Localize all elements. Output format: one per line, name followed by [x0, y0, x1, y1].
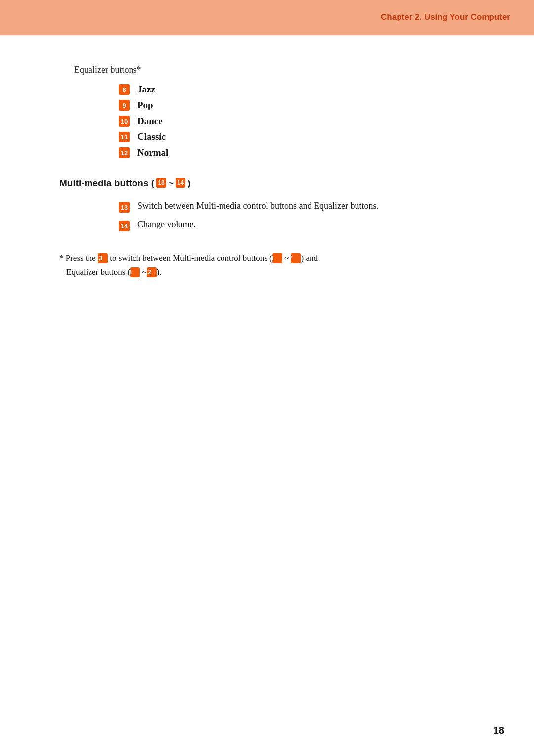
footnote-badge-13: 13	[98, 253, 108, 263]
mm-item-14-label: Change volume.	[137, 220, 196, 230]
footnote-part3: ) and	[301, 253, 317, 263]
mm-badge-14: 14	[176, 178, 185, 188]
mm-section-heading: Multi-media buttons (13~14)	[59, 178, 494, 189]
footnote-badge-12: 12	[147, 267, 157, 277]
footnote-part1: Press the	[66, 253, 98, 263]
item-label-jazz: Jazz	[137, 84, 155, 95]
mm-badge-13: 13	[156, 178, 166, 188]
list-item: 8 Jazz	[119, 84, 494, 95]
item-label-classic: Classic	[137, 132, 166, 142]
footnote-badge-4: 4	[272, 253, 282, 263]
list-item: 13 Switch between Multi-media control bu…	[119, 201, 494, 213]
footnote: * Press the 13 to switch between Multi-m…	[59, 251, 494, 280]
page-number: 18	[493, 725, 504, 736]
footnote-star: *	[59, 253, 64, 263]
footnote-part2: to switch between Multi-media control bu…	[108, 253, 272, 263]
list-item: 11 Classic	[119, 132, 494, 142]
footnote-newline-text: Equalizer buttons (	[66, 267, 130, 277]
footnote-part4: ).	[157, 267, 162, 277]
item-label-dance: Dance	[137, 116, 163, 127]
mm-list: 13 Switch between Multi-media control bu…	[59, 201, 494, 231]
mm-heading-tilde: ~	[168, 178, 174, 189]
badge-11: 11	[119, 132, 130, 142]
eq-list: 8 Jazz 9 Pop 10 Dance 11 Classic 12 Norm…	[59, 84, 494, 158]
list-item: 14 Change volume.	[119, 220, 494, 231]
list-item: 9 Pop	[119, 100, 494, 111]
header-title: Chapter 2. Using Your Computer	[381, 12, 510, 22]
mm-heading-text: Multi-media buttons (	[59, 178, 154, 189]
header-bar: Chapter 2. Using Your Computer	[0, 0, 534, 35]
mm-heading-close: )	[187, 178, 190, 189]
badge-12: 12	[119, 147, 130, 158]
mm-item-13-label: Switch between Multi-media control butto…	[137, 201, 379, 211]
badge-13: 13	[119, 202, 130, 213]
footnote-badge-8: 8	[130, 267, 140, 277]
main-content: Equalizer buttons* 8 Jazz 9 Pop 10 Dance…	[0, 35, 534, 310]
list-item: 10 Dance	[119, 116, 494, 127]
badge-14: 14	[119, 221, 130, 231]
item-label-normal: Normal	[137, 147, 168, 158]
badge-8: 8	[119, 84, 130, 95]
badge-9: 9	[119, 100, 130, 111]
footnote-badge-7: 7	[291, 253, 301, 263]
eq-label: Equalizer buttons*	[59, 65, 494, 75]
item-label-pop: Pop	[137, 100, 153, 111]
badge-10: 10	[119, 116, 130, 127]
list-item: 12 Normal	[119, 147, 494, 158]
